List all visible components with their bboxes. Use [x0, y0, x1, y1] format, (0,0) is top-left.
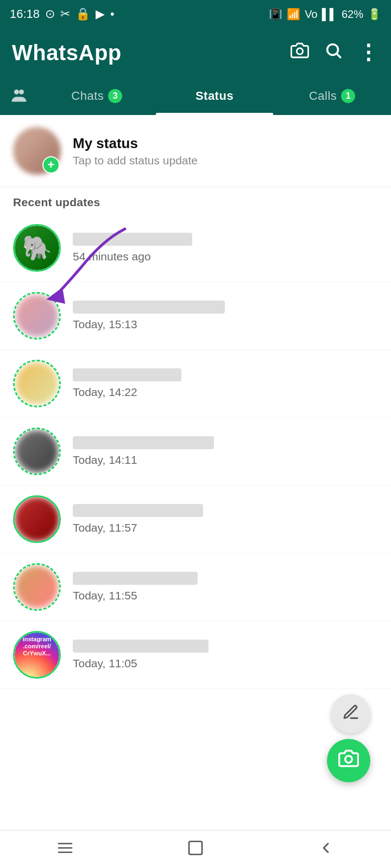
status-item-7[interactable]: instagram.com/reel/CrYwuX... Today, 11:0…	[0, 621, 391, 689]
pencil-fab-button[interactable]	[331, 694, 370, 733]
chats-label: Chats	[71, 89, 104, 103]
svg-point-3	[14, 90, 19, 94]
instagram-text: instagram.com/reel/CrYwuX...	[23, 636, 52, 658]
status-avatar-3	[13, 360, 61, 407]
status-bar: 16:18 ⊙ ✂ 🔒 ▶ • 📳 📶 Vo ▌▌ 62% 🔋	[0, 0, 391, 28]
status-item-info-2: Today, 15:13	[73, 301, 378, 331]
time-text-4: Today, 14:11	[73, 454, 378, 467]
recent-updates-label: Recent updates	[0, 187, 391, 214]
status-item-2[interactable]: Today, 15:13	[0, 282, 391, 350]
camera-fab-button[interactable]	[327, 739, 370, 782]
status-item-5[interactable]: Today, 11:57	[0, 486, 391, 553]
wifi-icon: 📶	[287, 8, 300, 21]
nav-back-button[interactable]	[306, 834, 345, 866]
status-avatar-2	[13, 292, 61, 340]
status-item-1[interactable]: 🐘 54 minutes ago	[0, 214, 391, 282]
calls-badge: 1	[341, 89, 355, 103]
status-avatar-5	[13, 495, 61, 543]
network-icon: ▌▌	[322, 8, 337, 21]
status-item-4[interactable]: Today, 14:11	[0, 418, 391, 486]
svg-point-4	[19, 90, 24, 94]
status-item-6[interactable]: Today, 11:55	[0, 553, 391, 621]
svg-rect-10	[189, 841, 202, 854]
contact-name-blur-5	[73, 504, 203, 517]
status-avatar-7: instagram.com/reel/CrYwuX...	[13, 631, 61, 679]
headset-icon: 🔒	[75, 7, 90, 21]
status-item-info-1: 54 minutes ago	[73, 233, 378, 263]
call-icon: ✂	[60, 7, 70, 21]
signal-icon: Vo	[305, 8, 317, 21]
nav-menu-button[interactable]	[46, 834, 85, 866]
my-status-row[interactable]: + My status Tap to add status update	[0, 115, 391, 187]
main-content: + My status Tap to add status update Rec…	[0, 115, 391, 868]
add-status-button[interactable]: +	[42, 156, 60, 174]
status-item-3[interactable]: Today, 14:22	[0, 350, 391, 418]
search-button[interactable]	[324, 41, 343, 64]
tab-status[interactable]: Status	[156, 77, 274, 115]
more-menu-button[interactable]: ⋮	[358, 41, 379, 65]
battery-icon: 🔋	[368, 8, 381, 21]
contact-name-blur-7	[73, 640, 209, 653]
my-status-name: My status	[73, 135, 198, 152]
bottom-nav	[0, 830, 391, 868]
app-title: WhatsApp	[12, 41, 122, 65]
contact-name-blur-2	[73, 301, 225, 314]
pencil-icon	[342, 704, 360, 725]
chats-badge: 3	[108, 89, 122, 103]
tab-calls[interactable]: Calls 1	[273, 77, 391, 115]
dot-icon: •	[110, 7, 115, 21]
status-item-info-6: Today, 11:55	[73, 572, 378, 602]
whatsapp-status-icon: ⊙	[45, 7, 55, 21]
time-text-7: Today, 11:05	[73, 657, 378, 670]
youtube-icon: ▶	[96, 7, 105, 21]
time-display: 16:18	[10, 7, 40, 21]
time-text-2: Today, 15:13	[73, 318, 378, 331]
status-bar-left: 16:18 ⊙ ✂ 🔒 ▶ •	[10, 7, 115, 21]
top-icons: ⋮	[291, 41, 379, 65]
tab-community[interactable]	[0, 77, 38, 115]
status-item-info-3: Today, 14:22	[73, 368, 378, 399]
time-text-3: Today, 14:22	[73, 386, 378, 399]
svg-point-6	[345, 756, 352, 763]
status-avatar-4	[13, 427, 61, 475]
my-avatar-wrap: +	[13, 127, 61, 175]
status-label: Status	[195, 89, 234, 103]
status-avatar-1: 🐘	[13, 224, 61, 272]
camera-fab-icon	[338, 748, 359, 773]
my-status-subtitle: Tap to add status update	[73, 154, 198, 167]
svg-point-0	[297, 48, 302, 54]
time-text-6: Today, 11:55	[73, 589, 378, 602]
status-item-info-7: Today, 11:05	[73, 640, 378, 670]
my-status-info: My status Tap to add status update	[73, 135, 198, 167]
contact-name-blur-6	[73, 572, 198, 585]
battery-percent: 62%	[342, 8, 363, 21]
contact-name-blur-3	[73, 368, 181, 381]
top-bar: WhatsApp ⋮	[0, 28, 391, 77]
calls-label: Calls	[309, 89, 337, 103]
contact-name-blur-1	[73, 233, 192, 246]
camera-button[interactable]	[291, 41, 309, 64]
vibrate-icon: 📳	[269, 8, 282, 21]
contact-name-blur-4	[73, 436, 214, 449]
status-bar-right: 📳 📶 Vo ▌▌ 62% 🔋	[269, 8, 381, 21]
svg-line-2	[337, 54, 340, 58]
tab-bar: Chats 3 Status Calls 1	[0, 77, 391, 115]
nav-home-button[interactable]	[176, 834, 215, 866]
status-avatar-6	[13, 563, 61, 611]
time-text-5: Today, 11:57	[73, 521, 378, 534]
status-item-info-5: Today, 11:57	[73, 504, 378, 534]
tab-chats[interactable]: Chats 3	[38, 77, 156, 115]
status-item-info-4: Today, 14:11	[73, 436, 378, 467]
time-text-1: 54 minutes ago	[73, 250, 378, 263]
